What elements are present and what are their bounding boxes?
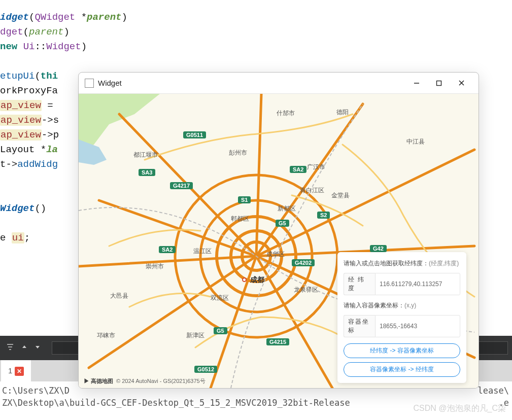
- minimize-button[interactable]: [405, 73, 428, 93]
- code-line: idget(QWidget *parent): [0, 10, 512, 25]
- amap-logo: ▶ 高德地图: [84, 377, 113, 385]
- prev-match-icon[interactable]: [21, 344, 27, 352]
- highway-badge: SA2: [159, 246, 176, 253]
- highway-badge: G0511: [183, 131, 206, 138]
- lnglat-to-pixel-button[interactable]: 经纬度 -> 容器像素坐标: [344, 343, 460, 358]
- city-label: 什邡市: [277, 109, 295, 118]
- pixel-to-lnglat-button[interactable]: 容器像素坐标 -> 经纬度: [344, 362, 460, 377]
- tab-issues[interactable]: 1 ✕: [1, 360, 31, 381]
- coord-panel: 请输入或点击地图获取经纬度：(经度,纬度) 经 纬 度 请输入容器像素坐标：(x…: [337, 252, 466, 383]
- error-icon: ✕: [15, 367, 24, 376]
- highway-badge: G4202: [292, 259, 315, 266]
- issues-count-badge: 1 ✕: [8, 366, 24, 376]
- city-label: 彭州市: [229, 149, 247, 157]
- lnglat-input[interactable]: [375, 273, 460, 295]
- highway-badge: S2: [317, 212, 330, 219]
- watermark: CSDN @泡泡泉的凡_C柒: [414, 403, 506, 414]
- code-line: [0, 54, 512, 69]
- city-label: 龙泉驿区: [294, 286, 318, 294]
- highway-badge: G5: [214, 327, 227, 334]
- city-label-chengdu: 成都: [250, 275, 264, 285]
- map-view[interactable]: 都江堰市什邡市德阳彭州市广汉市中江县金堂县青白江区新都区郫都区温江区崇州市大邑县…: [79, 94, 479, 388]
- filter-icon[interactable]: [6, 343, 14, 354]
- highway-badge: G4217: [170, 182, 193, 189]
- city-label: 都江堰市: [133, 151, 158, 159]
- code-line: new Ui::Widget): [0, 40, 512, 54]
- highway-badge: SA2: [290, 166, 306, 173]
- city-label: 新津区: [186, 331, 204, 340]
- map-copyright: © 2024 AutoNavi - GS(2021)6375号: [116, 377, 206, 385]
- lnglat-label: 经 纬 度: [344, 273, 375, 295]
- city-label: 温江区: [193, 247, 212, 256]
- code-line: dget(parent): [0, 25, 512, 40]
- svg-rect-1: [437, 81, 441, 85]
- highway-badge: S1: [238, 196, 251, 203]
- highway-badge: G0512: [194, 366, 217, 373]
- next-match-icon[interactable]: [35, 344, 41, 352]
- pixel-input[interactable]: [375, 315, 460, 337]
- maximize-button[interactable]: [428, 73, 450, 93]
- widget-window: Widget: [78, 72, 479, 389]
- highway-badge: G5: [276, 220, 289, 227]
- city-marker-chengdu: [242, 277, 247, 282]
- city-label: 成华区: [266, 250, 285, 259]
- window-title: Widget: [98, 79, 122, 87]
- city-label: 德阳: [336, 108, 349, 117]
- pixel-label: 容器坐标: [344, 315, 375, 337]
- close-button[interactable]: [450, 73, 472, 93]
- city-label: 金堂县: [331, 191, 350, 200]
- city-label: 双流区: [211, 294, 229, 302]
- city-label: 中江县: [406, 137, 425, 146]
- highway-badge: G42: [370, 245, 387, 252]
- city-label: 广汉市: [307, 163, 325, 171]
- city-label: 大邑县: [110, 292, 128, 300]
- city-label: 崇州市: [146, 262, 164, 271]
- highway-badge: G4215: [266, 338, 289, 345]
- highway-badge: SA3: [139, 169, 155, 176]
- city-label: 邛崃市: [97, 331, 115, 340]
- panel-hint-pixel: 请输入容器像素坐标：(x,y): [344, 301, 460, 310]
- city-label: 青白江区: [300, 186, 324, 195]
- panel-hint-lnglat: 请输入或点击地图获取经纬度：(经度,纬度): [344, 259, 460, 268]
- map-attribution: ▶ 高德地图 © 2024 AutoNavi - GS(2021)6375号: [84, 377, 206, 385]
- city-label: 郫都区: [231, 215, 249, 223]
- app-icon: [85, 79, 94, 88]
- window-titlebar[interactable]: Widget: [79, 73, 479, 94]
- city-label: 新都区: [278, 204, 296, 213]
